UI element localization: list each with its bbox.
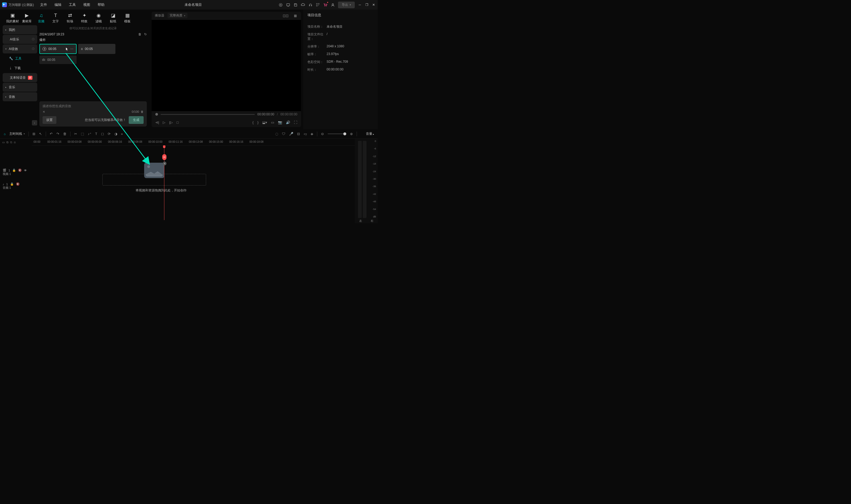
lock-icon[interactable]: 🔒 — [12, 168, 16, 172]
mark-in-icon[interactable]: { — [252, 121, 253, 124]
sidebar-collapse-button[interactable]: ‹ — [32, 120, 37, 125]
save-icon[interactable] — [293, 3, 298, 7]
tab-transition[interactable]: ⇄转场 — [63, 11, 77, 25]
download-clip-icon[interactable]: ⭳ — [65, 47, 68, 51]
delete-history-icon[interactable]: 🗑 — [138, 32, 141, 36]
track-toggle-4[interactable]: ⧈ — [14, 141, 16, 144]
volume-icon[interactable]: 🔊 — [286, 121, 290, 124]
refresh-history-icon[interactable]: ↻ — [144, 32, 147, 36]
cart-icon[interactable] — [323, 3, 327, 7]
zoom-slider[interactable] — [327, 133, 346, 134]
tab-effect[interactable]: ✦特效 — [77, 11, 91, 25]
headphone-icon[interactable] — [308, 3, 313, 7]
menu-help[interactable]: 帮助 — [94, 2, 108, 7]
timeline-ruler[interactable]: :00:00 00:00:01:16 00:00:03:08 00:00:05:… — [32, 139, 355, 146]
home-icon[interactable]: ⌂ — [4, 132, 5, 136]
zoom-in-icon[interactable]: ⊕ — [350, 132, 353, 136]
tab-audio[interactable]: ♫音频 — [34, 11, 48, 25]
snapshot-icon[interactable]: ▭ — [271, 121, 274, 124]
play-icon[interactable] — [42, 47, 46, 51]
prompt-input[interactable]: 描述你想生成的音效 — [42, 104, 144, 110]
lock-icon[interactable]: 🔒 — [10, 182, 14, 186]
track-toggle-1[interactable]: ▭ — [2, 141, 5, 144]
shield-icon[interactable]: 🛡 — [282, 132, 285, 136]
scrub-track[interactable] — [161, 114, 255, 115]
more-icon[interactable]: ⋯ — [70, 47, 73, 51]
text-tool-icon[interactable]: T — [95, 132, 97, 136]
camera-icon[interactable]: 📷 — [278, 121, 282, 124]
tab-sticker[interactable]: ◪贴纸 — [106, 11, 120, 25]
player-canvas[interactable] — [152, 20, 301, 111]
maximize-button[interactable]: ❐ — [365, 3, 369, 7]
sidebar-sfx[interactable]: ▸音效 — [3, 92, 37, 101]
mic-icon[interactable]: 🎤 — [289, 132, 293, 136]
mask-icon[interactable]: ◻ — [101, 132, 104, 136]
undo-icon[interactable]: ↶ — [50, 132, 53, 136]
menu-file[interactable]: 文件 — [37, 2, 50, 7]
sidebar-ai-sfx-download[interactable]: ⭳下载 — [3, 64, 37, 73]
audio-clip-3[interactable]: ıllı 00:05 — [39, 56, 76, 64]
gen-settings-button[interactable]: 设置 — [42, 116, 56, 124]
marker-icon[interactable]: ◈ — [311, 132, 313, 136]
sidebar-ai-sfx-tool[interactable]: 🔧工具 — [3, 54, 37, 63]
grid-icon[interactable]: ▦ — [293, 14, 298, 18]
menu-edit[interactable]: 编辑 — [51, 2, 65, 7]
tab-my-media[interactable]: ▣我的素材 — [5, 11, 20, 25]
clear-prompt-icon[interactable]: 🗑 — [141, 110, 144, 113]
qrcode-icon[interactable] — [316, 3, 320, 7]
delete-icon[interactable]: 🗑 — [63, 132, 67, 136]
sidebar-ai-music[interactable]: AI音乐ⓘ — [3, 35, 37, 44]
play-icon[interactable]: ▷ — [163, 121, 165, 124]
sidebar-tts[interactable]: 文本转语音新 — [3, 73, 37, 82]
sidebar-ai-sfx[interactable]: ▾AI音效ⓘ — [3, 44, 37, 53]
mute-icon[interactable]: 🔇 — [16, 182, 20, 186]
volume-meter-label[interactable]: 音量 — [366, 131, 374, 136]
fullscreen-icon[interactable]: ⛶ — [294, 121, 297, 124]
tab-text[interactable]: T文字 — [48, 11, 63, 25]
minimize-button[interactable]: ─ — [358, 3, 362, 7]
music-tool-icon[interactable]: ♪⁺ — [88, 132, 91, 136]
sidebar-my[interactable]: ▸我的 — [3, 25, 37, 34]
cloud-icon[interactable] — [301, 3, 305, 7]
audio-clip-1[interactable]: 00:05 ⭳ ⋯ — [39, 44, 76, 54]
user-icon[interactable] — [331, 3, 335, 7]
speed-icon[interactable]: ⟳ — [108, 132, 111, 136]
menu-view[interactable]: 视图 — [80, 2, 93, 7]
tool-a-icon[interactable]: ◌ — [275, 132, 278, 136]
menu-tool[interactable]: 工具 — [66, 2, 79, 7]
more-tools-icon[interactable]: » — [121, 132, 123, 136]
tab-stock[interactable]: ▶素材库 — [20, 11, 34, 25]
mix-icon[interactable]: ⊟ — [297, 132, 300, 136]
timeline-canvas[interactable]: :00:00 00:00:01:16 00:00:03:08 00:00:05:… — [32, 139, 355, 223]
mute-icon[interactable]: 🔇 — [18, 168, 22, 172]
prev-frame-icon[interactable]: ⊲| — [155, 121, 159, 124]
screen-icon[interactable] — [286, 3, 290, 7]
cut-icon[interactable]: ✂ — [74, 132, 77, 136]
add-at-playhead[interactable]: + — [163, 162, 166, 165]
crop-icon[interactable]: ⬚ — [81, 132, 84, 136]
ratio-icon[interactable]: ⬓▾ — [262, 121, 267, 124]
compare-icon[interactable]: ◫◫ — [282, 14, 289, 18]
stop-icon[interactable]: □ — [177, 121, 179, 124]
grid-tool-icon[interactable]: ⊞ — [33, 132, 35, 136]
color-icon[interactable]: ◑ — [114, 132, 117, 136]
next-frame-icon[interactable]: |▷ — [169, 121, 173, 124]
export-button[interactable]: 导出 — [338, 2, 355, 8]
screen-rec-icon[interactable]: ▭̣ — [304, 132, 307, 136]
audio-clip-2[interactable]: ıllı 00:05 — [78, 44, 116, 54]
tab-template[interactable]: ▦模板 — [120, 11, 135, 25]
generate-button[interactable]: 生成 — [129, 116, 144, 124]
track-toggle-3[interactable]: ⧉ — [10, 141, 12, 144]
scrub-handle[interactable] — [155, 113, 158, 115]
redo-icon[interactable]: ↷ — [56, 132, 59, 136]
sidebar-music[interactable]: ▸音乐 — [3, 83, 37, 92]
record-icon[interactable] — [279, 3, 283, 7]
visibility-icon[interactable]: 👁 — [24, 169, 27, 172]
track-toggle-2[interactable]: ⧉ — [6, 141, 8, 144]
close-button[interactable]: ✕ — [372, 3, 375, 7]
mark-out-icon[interactable]: } — [258, 121, 259, 124]
shuffle-icon[interactable]: ⤨ — [42, 110, 45, 113]
timeline-title[interactable]: 主时间线 — [9, 131, 25, 136]
drop-zone[interactable] — [102, 174, 206, 185]
zoom-out-icon[interactable]: ⊖ — [321, 132, 324, 136]
